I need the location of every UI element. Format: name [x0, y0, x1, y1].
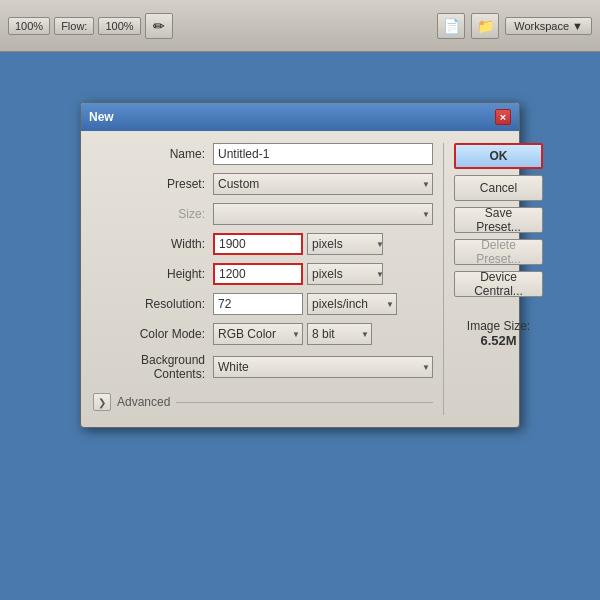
color-mode-wrapper: RGB Color CMYK Color Grayscale Lab Color…	[213, 323, 303, 345]
toolbar: 100% Flow: 100% ✏ 📄 📁 Workspace ▼	[0, 0, 600, 52]
size-row: Size: ▼	[93, 203, 433, 225]
height-unit-select[interactable]: pixels inches cm mm	[307, 263, 383, 285]
new-document-dialog: New × Name: Preset: Custom Defaul	[80, 102, 520, 428]
cancel-button[interactable]: Cancel	[454, 175, 543, 201]
color-mode-select[interactable]: RGB Color CMYK Color Grayscale Lab Color…	[213, 323, 303, 345]
resolution-unit-wrapper: pixels/inch pixels/cm ▼	[307, 293, 397, 315]
name-input[interactable]	[213, 143, 433, 165]
resolution-input[interactable]	[213, 293, 303, 315]
preset-select-wrapper: Custom Default Photoshop Size U.S. Paper…	[213, 173, 433, 195]
preset-label: Preset:	[93, 177, 213, 191]
image-size-label: Image Size:	[454, 319, 543, 333]
background-select[interactable]: White Background Color Transparent	[213, 356, 433, 378]
background-row: Background Contents: White Background Co…	[93, 353, 433, 381]
name-row: Name:	[93, 143, 433, 165]
advanced-row: ❯ Advanced	[93, 389, 433, 415]
width-unit-wrapper: pixels inches cm mm ▼	[307, 233, 387, 255]
flow-value[interactable]: 100%	[98, 17, 140, 35]
zoom-display[interactable]: 100%	[8, 17, 50, 35]
advanced-toggle-button[interactable]: ❯	[93, 393, 111, 411]
color-mode-label: Color Mode:	[93, 327, 213, 341]
resolution-label: Resolution:	[93, 297, 213, 311]
ok-button[interactable]: OK	[454, 143, 543, 169]
width-label: Width:	[93, 237, 213, 251]
advanced-label: Advanced	[117, 395, 170, 409]
buttons-area: OK Cancel Save Preset... Delete Preset..…	[443, 143, 543, 415]
folder-icon[interactable]: 📁	[471, 13, 499, 39]
dialog-body: Name: Preset: Custom Default Photoshop S…	[81, 131, 519, 427]
resolution-unit-select[interactable]: pixels/inch pixels/cm	[307, 293, 397, 315]
form-area: Name: Preset: Custom Default Photoshop S…	[93, 143, 433, 415]
device-central-button[interactable]: Device Central...	[454, 271, 543, 297]
dialog-title: New	[89, 110, 114, 124]
delete-preset-button[interactable]: Delete Preset...	[454, 239, 543, 265]
image-size-value: 6.52M	[454, 333, 543, 348]
color-mode-row: Color Mode: RGB Color CMYK Color Graysca…	[93, 323, 433, 345]
advanced-divider	[176, 402, 433, 403]
workspace-button[interactable]: Workspace ▼	[505, 17, 592, 35]
image-size-area: Image Size: 6.52M	[454, 319, 543, 348]
dialog-titlebar: New ×	[81, 103, 519, 131]
height-row: Height: pixels inches cm mm ▼	[93, 263, 433, 285]
preset-row: Preset: Custom Default Photoshop Size U.…	[93, 173, 433, 195]
preset-select[interactable]: Custom Default Photoshop Size U.S. Paper…	[213, 173, 433, 195]
background-wrapper: White Background Color Transparent ▼	[213, 356, 433, 378]
width-unit-select[interactable]: pixels inches cm mm	[307, 233, 383, 255]
size-label: Size:	[93, 207, 213, 221]
resolution-row: Resolution: pixels/inch pixels/cm ▼	[93, 293, 433, 315]
toolbar-left: 100% Flow: 100% ✏	[8, 13, 173, 39]
toolbar-right: 📄 📁 Workspace ▼	[437, 13, 592, 39]
height-label: Height:	[93, 267, 213, 281]
width-input[interactable]	[213, 233, 303, 255]
size-select-wrapper: ▼	[213, 203, 433, 225]
bit-depth-select[interactable]: 8 bit 16 bit 32 bit	[307, 323, 372, 345]
width-row: Width: pixels inches cm mm ▼	[93, 233, 433, 255]
flow-label: Flow:	[54, 17, 94, 35]
dialog-close-button[interactable]: ×	[495, 109, 511, 125]
workspace-label: Workspace ▼	[514, 20, 583, 32]
brush-icon[interactable]: ✏	[145, 13, 173, 39]
document-icon[interactable]: 📄	[437, 13, 465, 39]
bit-depth-wrapper: 8 bit 16 bit 32 bit ▼	[307, 323, 372, 345]
height-unit-wrapper: pixels inches cm mm ▼	[307, 263, 387, 285]
desktop: New × Name: Preset: Custom Defaul	[0, 52, 600, 600]
name-label: Name:	[93, 147, 213, 161]
background-label: Background Contents:	[93, 353, 213, 381]
size-select[interactable]	[213, 203, 433, 225]
height-input[interactable]	[213, 263, 303, 285]
save-preset-button[interactable]: Save Preset...	[454, 207, 543, 233]
